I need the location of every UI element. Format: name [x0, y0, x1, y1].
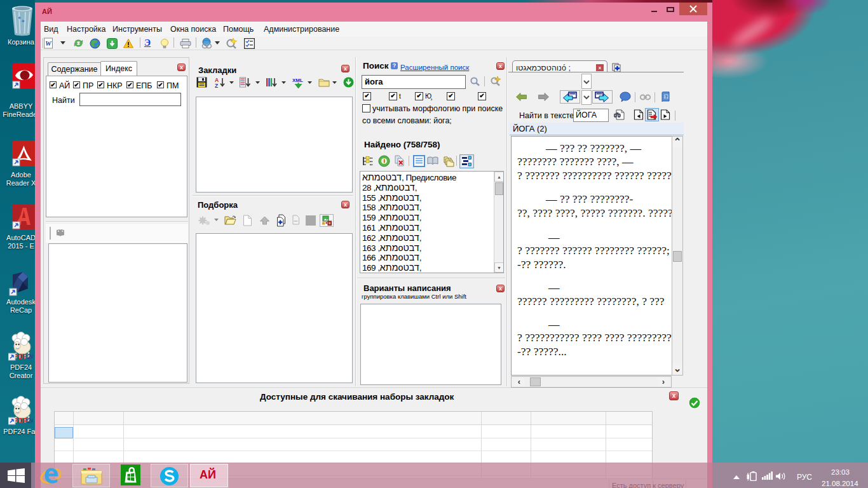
svg-text:PDF24: PDF24: [13, 417, 33, 424]
svg-text:?: ?: [665, 95, 667, 99]
svg-text:XML: XML: [292, 78, 303, 83]
svg-text:PDF24: PDF24: [13, 353, 33, 360]
svg-text:Z: Z: [215, 83, 218, 88]
